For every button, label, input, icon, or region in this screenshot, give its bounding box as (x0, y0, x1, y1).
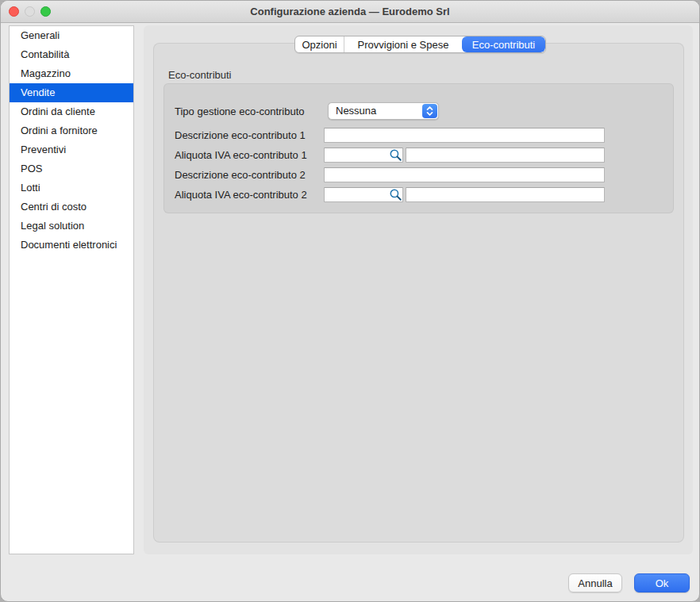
sidebar-item-vendite[interactable]: Vendite (10, 83, 133, 102)
descrizione-1-label: Descrizione eco-contributo 1 (175, 128, 329, 143)
titlebar: Configurazione azienda — Eurodemo Srl (1, 1, 699, 23)
descrizione-2-input[interactable] (324, 167, 605, 182)
aliquota-2-lookup-field (324, 187, 403, 202)
sidebar-item-lotti[interactable]: Lotti (10, 178, 133, 197)
settings-window: Configurazione azienda — Eurodemo Srl Ge… (0, 0, 700, 602)
chevron-up-down-icon (422, 104, 437, 118)
sidebar-item-contabilita[interactable]: Contabilità (10, 45, 133, 64)
aliquota-1-description-input[interactable] (406, 148, 605, 163)
sidebar-item-documenti-elettronici[interactable]: Documenti elettronici (10, 236, 133, 255)
popup-selected-value: Nessuna (336, 103, 376, 119)
sidebar-item-generali[interactable]: Generali (10, 26, 133, 45)
search-icon[interactable] (389, 148, 402, 162)
sidebar-item-pos[interactable]: POS (10, 159, 133, 178)
sidebar-item-ordini-a-fornitore[interactable]: Ordini a fornitore (10, 121, 133, 140)
descrizione-2-label: Descrizione eco-contributo 2 (175, 167, 329, 182)
tab-eco-contributi[interactable]: Eco-contributi (462, 36, 545, 52)
aliquota-2-label: Aliquota IVA eco-contributo 2 (175, 187, 329, 202)
tipo-gestione-label: Tipo gestione eco-contributo (175, 104, 329, 119)
aliquota-1-lookup-field (324, 148, 403, 163)
aliquota-2-description-input[interactable] (406, 187, 605, 202)
sidebar-item-legal-solution[interactable]: Legal solution (10, 217, 133, 236)
sidebar: Generali Contabilità Magazzino Vendite O… (9, 25, 134, 554)
tab-provvigioni-e-spese[interactable]: Provvigioni e Spese (344, 36, 462, 52)
sidebar-item-magazzino[interactable]: Magazzino (10, 64, 133, 83)
tab-bar: Opzioni Provvigioni e Spese Eco-contribu… (294, 36, 546, 53)
tipo-gestione-popup[interactable]: Nessuna (328, 102, 439, 120)
sidebar-item-preventivi[interactable]: Preventivi (10, 140, 133, 159)
ok-button[interactable]: Ok (634, 573, 690, 592)
descrizione-1-input[interactable] (324, 128, 605, 143)
aliquota-1-label: Aliquota IVA eco-contributo 1 (175, 148, 329, 163)
search-icon[interactable] (389, 188, 402, 201)
tab-opzioni[interactable]: Opzioni (295, 36, 344, 52)
sidebar-item-centri-di-costo[interactable]: Centri di costo (10, 197, 133, 217)
cancel-button[interactable]: Annulla (568, 573, 622, 592)
window-title: Configurazione azienda — Eurodemo Srl (1, 1, 699, 23)
sidebar-item-ordini-da-cliente[interactable]: Ordini da cliente (10, 102, 133, 121)
group-box-title: Eco-contributi (168, 69, 231, 81)
